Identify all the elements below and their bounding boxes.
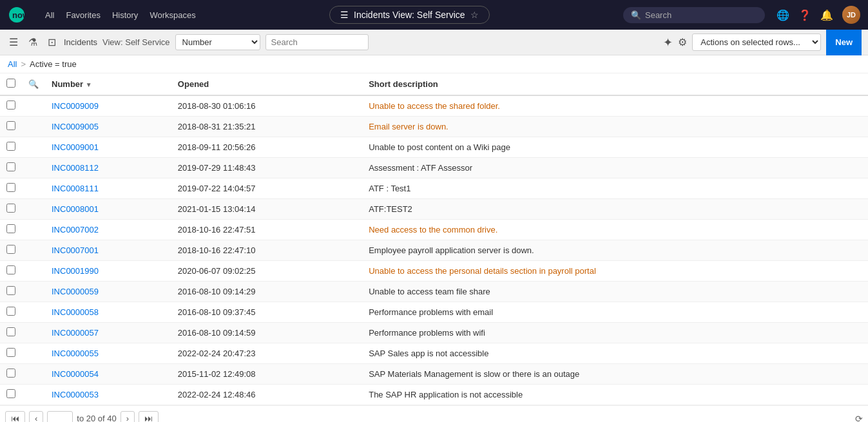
table-header-row: 🔍 Number ▼ Opened Short description bbox=[0, 73, 868, 95]
global-search-input[interactable] bbox=[645, 10, 748, 20]
incident-opened: 2016-08-10 09:14:29 bbox=[171, 282, 362, 302]
incident-number[interactable]: INC0009009 bbox=[45, 95, 171, 117]
incident-opened: 2019-07-29 11:48:43 bbox=[171, 158, 362, 178]
select-all-checkbox[interactable] bbox=[6, 79, 15, 88]
incident-description: Unable to access the personal details se… bbox=[362, 261, 868, 282]
row-select-checkbox[interactable] bbox=[6, 348, 15, 357]
row-select-checkbox[interactable] bbox=[6, 327, 15, 336]
user-avatar[interactable]: JD bbox=[842, 6, 860, 24]
incident-opened: 2018-10-16 22:47:10 bbox=[171, 240, 362, 261]
last-page-button[interactable]: ⏭ bbox=[139, 411, 159, 422]
row-select-checkbox[interactable] bbox=[6, 224, 15, 233]
incident-number[interactable]: INC0001990 bbox=[45, 261, 171, 282]
actions-select[interactable]: Actions on selected rows... bbox=[692, 34, 821, 51]
top-navigation: now All Favorites History Workspaces ☰ I… bbox=[0, 0, 868, 30]
incident-opened: 2022-02-24 20:47:23 bbox=[171, 343, 362, 364]
number-col-header[interactable]: Number ▼ bbox=[45, 73, 171, 95]
nav-favorites[interactable]: Favorites bbox=[66, 10, 100, 20]
row-icon bbox=[22, 282, 45, 302]
globe-icon[interactable]: 🌐 bbox=[776, 9, 789, 21]
incident-number[interactable]: INC0008112 bbox=[45, 158, 171, 178]
filter-search-input[interactable] bbox=[265, 34, 369, 50]
incident-number[interactable]: INC0000054 bbox=[45, 364, 171, 385]
module-label: Incidents bbox=[64, 37, 97, 47]
incident-description: ATF:TEST2 bbox=[362, 199, 868, 220]
incident-number[interactable]: INC0000053 bbox=[45, 385, 171, 405]
incident-opened: 2015-11-02 12:49:08 bbox=[171, 364, 362, 385]
table-row: INC0008001 2021-01-15 13:04:14 ATF:TEST2 bbox=[0, 199, 868, 220]
incident-opened: 2022-02-24 12:48:46 bbox=[171, 385, 362, 405]
table-row: INC0001990 2020-06-07 09:02:25 Unable to… bbox=[0, 261, 868, 282]
svg-text:now: now bbox=[12, 10, 30, 20]
row-select-checkbox[interactable] bbox=[6, 307, 15, 316]
row-checkbox bbox=[0, 343, 22, 364]
first-page-button[interactable]: ⏮ bbox=[5, 411, 25, 422]
list-settings-icon[interactable]: ⚙ bbox=[678, 36, 687, 48]
center-title-button[interactable]: ☰ Incidents View: Self Service ☆ bbox=[329, 6, 490, 24]
page-number-input[interactable]: 1 bbox=[47, 411, 73, 422]
row-select-checkbox[interactable] bbox=[6, 389, 15, 398]
row-icon bbox=[22, 240, 45, 261]
top-nav-icons: 🌐 ❓ 🔔 JD bbox=[776, 6, 860, 24]
table-row: INC0000055 2022-02-24 20:47:23 SAP Sales… bbox=[0, 343, 868, 364]
incident-number[interactable]: INC0009001 bbox=[45, 137, 171, 158]
table-row: INC0000053 2022-02-24 12:48:46 The SAP H… bbox=[0, 385, 868, 405]
incident-number[interactable]: INC0000057 bbox=[45, 323, 171, 343]
row-select-checkbox[interactable] bbox=[6, 286, 15, 295]
opened-col-header[interactable]: Opened bbox=[171, 73, 362, 95]
incident-number[interactable]: INC0008111 bbox=[45, 178, 171, 199]
incident-number[interactable]: INC0000055 bbox=[45, 343, 171, 364]
incident-opened: 2021-01-15 13:04:14 bbox=[171, 199, 362, 220]
add-filter-icon[interactable]: ✦ bbox=[663, 35, 673, 50]
incident-description: ATF : Test1 bbox=[362, 178, 868, 199]
prev-page-button[interactable]: ‹ bbox=[29, 411, 43, 422]
incident-description: The SAP HR application is not accessible bbox=[362, 385, 868, 405]
nav-history[interactable]: History bbox=[112, 10, 138, 20]
layout-icon[interactable]: ⊡ bbox=[45, 34, 59, 51]
logo-icon[interactable]: now bbox=[8, 6, 34, 24]
sort-icon: ▼ bbox=[86, 81, 92, 88]
incident-description: Performance problems with email bbox=[362, 302, 868, 323]
incident-number[interactable]: INC0000058 bbox=[45, 302, 171, 323]
incident-description: Performance problems with wifi bbox=[362, 323, 868, 343]
search-col-icon[interactable]: 🔍 bbox=[28, 79, 39, 89]
row-select-checkbox[interactable] bbox=[6, 369, 15, 378]
row-checkbox bbox=[0, 364, 22, 385]
incident-opened: 2019-07-22 14:04:57 bbox=[171, 178, 362, 199]
row-select-checkbox[interactable] bbox=[6, 142, 15, 151]
breadcrumb-all[interactable]: All bbox=[8, 59, 17, 69]
incident-number[interactable]: INC0000059 bbox=[45, 282, 171, 302]
nav-workspaces[interactable]: Workspaces bbox=[149, 10, 195, 20]
row-select-checkbox[interactable] bbox=[6, 101, 15, 110]
list-toolbar: ☰ ⚗ ⊡ Incidents View: Self Service Numbe… bbox=[0, 30, 868, 55]
nav-all[interactable]: All bbox=[45, 10, 54, 20]
table-row: INC0009005 2018-08-31 21:35:21 Email ser… bbox=[0, 117, 868, 137]
bell-icon[interactable]: 🔔 bbox=[820, 9, 833, 21]
new-button[interactable]: New bbox=[826, 30, 862, 55]
table-row: INC0008112 2019-07-29 11:48:43 Assessmen… bbox=[0, 158, 868, 178]
row-select-checkbox[interactable] bbox=[6, 204, 15, 213]
incident-number[interactable]: INC0008001 bbox=[45, 199, 171, 220]
hamburger-menu-icon[interactable]: ☰ bbox=[6, 34, 21, 51]
help-icon[interactable]: ❓ bbox=[798, 9, 811, 21]
incident-opened: 2018-09-11 20:56:26 bbox=[171, 137, 362, 158]
incident-opened: 2020-06-07 09:02:25 bbox=[171, 261, 362, 282]
row-select-checkbox[interactable] bbox=[6, 162, 15, 171]
description-col-header[interactable]: Short description bbox=[362, 73, 868, 95]
incident-number[interactable]: INC0007001 bbox=[45, 240, 171, 261]
filter-field-select[interactable]: Number Short description Opened State bbox=[175, 34, 260, 50]
refresh-icon[interactable]: ⟳ bbox=[855, 414, 863, 423]
next-page-button[interactable]: › bbox=[121, 411, 135, 422]
table-row: INC0008111 2019-07-22 14:04:57 ATF : Tes… bbox=[0, 178, 868, 199]
incident-number[interactable]: INC0009005 bbox=[45, 117, 171, 137]
row-select-checkbox[interactable] bbox=[6, 121, 15, 130]
row-select-checkbox[interactable] bbox=[6, 183, 15, 192]
filter-icon[interactable]: ⚗ bbox=[26, 34, 40, 51]
row-select-checkbox[interactable] bbox=[6, 265, 15, 274]
incident-number[interactable]: INC0007002 bbox=[45, 220, 171, 240]
table-row: INC0000054 2015-11-02 12:49:08 SAP Mater… bbox=[0, 364, 868, 385]
row-select-checkbox[interactable] bbox=[6, 245, 15, 254]
incident-description: SAP Materials Management is slow or ther… bbox=[362, 364, 868, 385]
row-icon bbox=[22, 137, 45, 158]
row-icon bbox=[22, 302, 45, 323]
